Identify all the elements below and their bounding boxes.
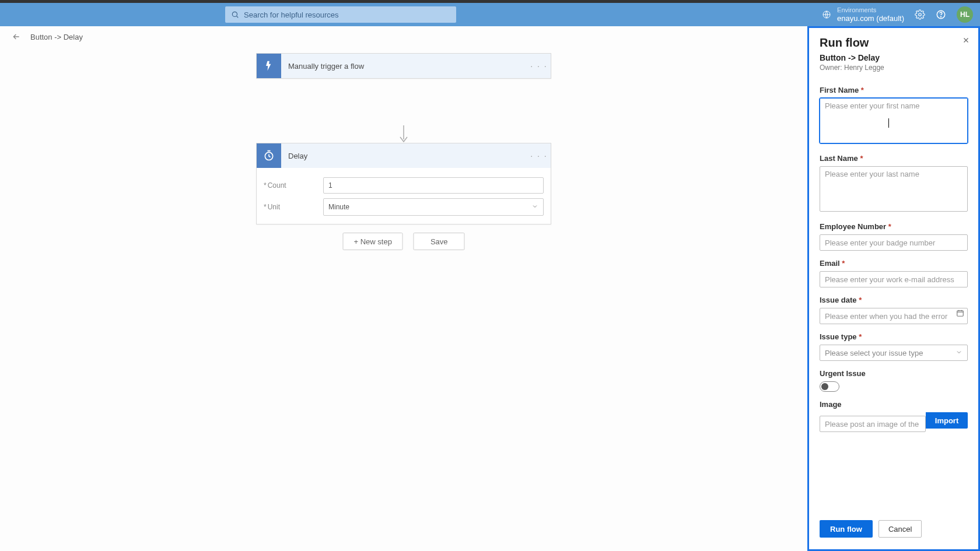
email-label: Email * — [820, 259, 968, 268]
issue-type-placeholder: Please select your issue type — [825, 349, 923, 357]
calendar-icon[interactable] — [956, 309, 964, 320]
save-button[interactable]: Save — [414, 233, 465, 250]
back-arrow-icon[interactable] — [12, 32, 21, 41]
first-name-input[interactable] — [820, 98, 968, 143]
breadcrumb-title: Button -> Delay — [30, 33, 83, 41]
unit-value: Minute — [328, 203, 349, 211]
chevron-down-icon — [956, 349, 963, 357]
search-icon — [231, 10, 239, 19]
trigger-title: Manually trigger a flow — [281, 62, 527, 71]
search-box[interactable] — [225, 6, 456, 23]
count-input[interactable] — [323, 177, 544, 194]
user-avatar[interactable]: HL — [957, 6, 973, 23]
main-area: Button -> Delay Manually trigger a flow … — [0, 26, 807, 551]
delay-icon — [257, 143, 281, 168]
import-button[interactable]: Import — [926, 412, 968, 429]
app-header: Environments enayu.com (default) HL — [0, 3, 980, 26]
new-step-button[interactable]: + New step — [342, 233, 402, 250]
svg-point-3 — [919, 13, 922, 16]
svg-point-0 — [232, 12, 237, 16]
panel-title: Run flow — [820, 36, 968, 50]
cancel-button[interactable]: Cancel — [878, 520, 922, 538]
trigger-icon — [257, 54, 281, 78]
chevron-down-icon — [531, 203, 538, 212]
issue-date-label: Issue date * — [820, 296, 968, 304]
help-icon[interactable] — [936, 9, 946, 20]
run-flow-panel: Run flow Button -> Delay Owner: Henry Le… — [807, 26, 980, 551]
breadcrumb: Button -> Delay — [0, 26, 807, 47]
environment-label: Environments — [837, 6, 904, 14]
card-menu-icon[interactable]: · · · — [527, 151, 551, 160]
svg-point-5 — [941, 16, 942, 17]
employee-number-label: Employee Number * — [820, 222, 968, 231]
unit-select[interactable]: Minute — [323, 198, 544, 216]
svg-rect-8 — [957, 311, 964, 316]
search-input[interactable] — [244, 10, 450, 19]
toggle-knob — [821, 383, 828, 390]
issue-date-input[interactable] — [820, 308, 968, 324]
image-label: Image — [820, 400, 968, 409]
settings-icon[interactable] — [915, 9, 925, 20]
panel-flow-name: Button -> Delay — [820, 53, 968, 62]
email-input[interactable] — [820, 271, 968, 287]
last-name-input[interactable] — [820, 166, 968, 212]
close-icon[interactable] — [962, 36, 970, 47]
issue-type-select[interactable]: Please select your issue type — [820, 345, 968, 361]
count-label: *Count — [264, 181, 323, 189]
run-flow-button[interactable]: Run flow — [820, 520, 873, 538]
svg-line-1 — [236, 16, 238, 17]
employee-number-input[interactable] — [820, 234, 968, 251]
urgent-issue-toggle[interactable] — [820, 381, 839, 392]
card-menu-icon[interactable]: · · · — [527, 61, 551, 71]
delay-title: Delay — [281, 152, 527, 160]
trigger-card[interactable]: Manually trigger a flow · · · — [256, 53, 551, 79]
urgent-issue-label: Urgent Issue — [820, 369, 968, 378]
unit-label: *Unit — [264, 203, 323, 211]
environment-picker[interactable]: Environments enayu.com (default) — [822, 6, 904, 23]
environment-name: enayu.com (default) — [837, 14, 904, 23]
last-name-label: Last Name * — [820, 154, 968, 163]
issue-type-label: Issue type * — [820, 332, 968, 341]
panel-flow-owner: Owner: Henry Legge — [820, 64, 968, 72]
environment-icon — [822, 10, 831, 19]
delay-card[interactable]: Delay · · · *Count *Unit Minute — [256, 143, 551, 224]
image-input[interactable] — [820, 416, 926, 432]
first-name-label: First Name * — [820, 86, 968, 94]
